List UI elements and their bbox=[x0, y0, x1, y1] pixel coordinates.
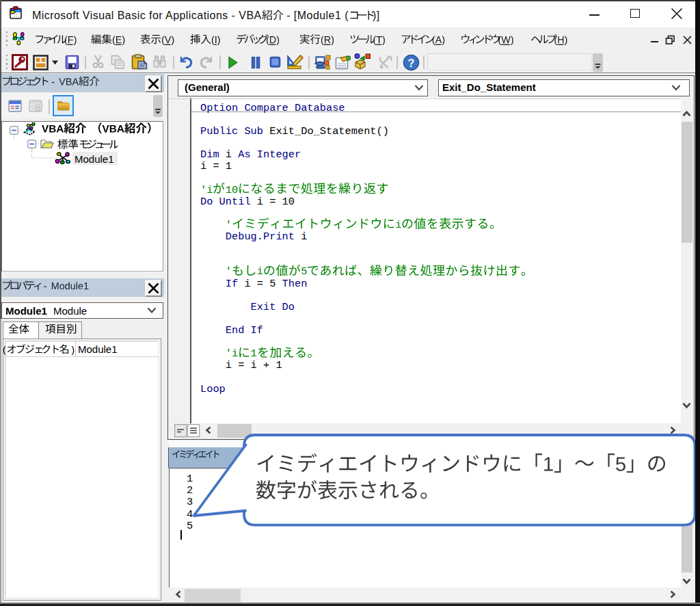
svg-text:?: ? bbox=[408, 57, 415, 69]
